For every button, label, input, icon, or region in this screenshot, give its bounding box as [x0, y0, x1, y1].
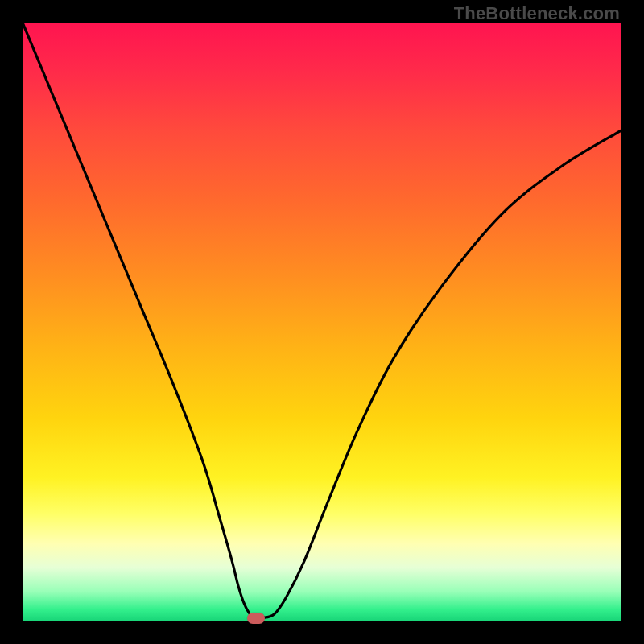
bottleneck-curve	[23, 23, 621, 618]
optimum-marker	[247, 613, 265, 624]
watermark-text: TheBottleneck.com	[454, 3, 620, 24]
chart-frame: TheBottleneck.com	[0, 0, 644, 644]
plot-area	[23, 23, 621, 621]
curve-svg	[23, 23, 621, 621]
